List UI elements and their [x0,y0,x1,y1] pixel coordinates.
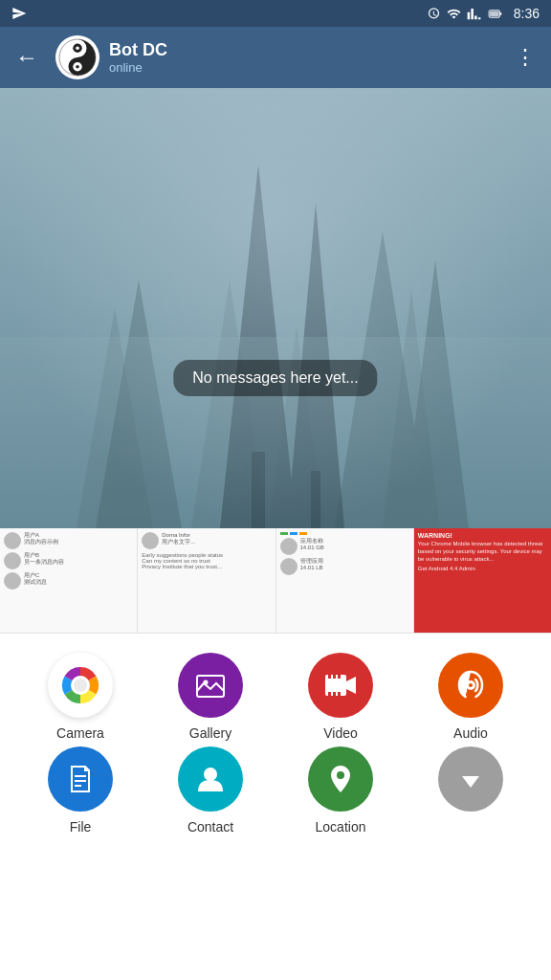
location-button[interactable]: Location [288,746,393,835]
svg-point-26 [204,680,209,685]
header-info: Bot DC online [109,40,507,75]
svg-rect-29 [333,675,336,679]
wifi-icon [447,7,461,21]
status-time: 8:36 [514,6,540,21]
svg-point-5 [76,46,79,50]
svg-rect-28 [328,675,331,679]
preview-panel-3[interactable]: 应用名称14.01 GB 管理应用14.01 LB [276,528,414,633]
avatar [55,35,99,79]
gallery-label: Gallery [189,725,231,741]
chat-status: online [109,60,507,75]
battery-icon [487,7,504,21]
svg-rect-31 [328,692,331,696]
svg-point-40 [337,771,344,779]
svg-point-6 [76,65,79,69]
contact-button[interactable]: Contact [158,746,263,835]
attach-row-1: Camera Gallery [15,653,536,741]
camera-button[interactable]: Camera [28,653,133,741]
signal-icon [467,7,481,21]
preview-panel-2[interactable]: Doma Infor用户名文字... Early suggestions peo… [138,528,276,633]
svg-rect-30 [338,675,341,679]
header: ← Bot DC online ⋮ [0,27,551,88]
empty-chat-message: No messages here yet... [173,360,377,396]
attachment-grid: Camera Gallery [0,634,551,850]
gallery-button[interactable]: Gallery [158,653,263,741]
preview-panel-1[interactable]: 用户A消息内容示例 用户B另一条消息内容 用户C测试消息 [0,528,138,633]
svg-point-35 [469,683,473,687]
svg-rect-33 [338,692,341,696]
chat-name: Bot DC [109,40,507,60]
file-label: File [70,819,92,835]
send-icon [11,6,27,21]
svg-rect-32 [333,692,336,696]
audio-button[interactable]: Audio [418,653,523,741]
preview-strip: 用户A消息内容示例 用户B另一条消息内容 用户C测试消息 Doma Infor用… [0,528,551,634]
svg-rect-1 [490,11,498,16]
back-button[interactable]: ← [8,36,46,78]
file-button[interactable]: File [28,746,133,835]
more-button[interactable] [418,746,523,835]
audio-label: Audio [453,725,488,741]
svg-point-39 [204,768,217,781]
video-label: Video [323,725,358,741]
svg-point-24 [74,679,87,692]
preview-panel-4[interactable]: WARNING! Your Chrome Mobile browser has … [414,528,551,633]
menu-button[interactable]: ⋮ [507,37,543,78]
status-bar: 8:36 [0,0,551,27]
camera-label: Camera [56,725,104,741]
location-label: Location [316,819,366,835]
contact-label: Contact [187,819,233,835]
attach-row-2: File Contact Location [15,746,536,835]
chat-area: No messages here yet... [0,88,551,528]
alarm-icon [427,7,441,21]
video-button[interactable]: Video [288,653,393,741]
